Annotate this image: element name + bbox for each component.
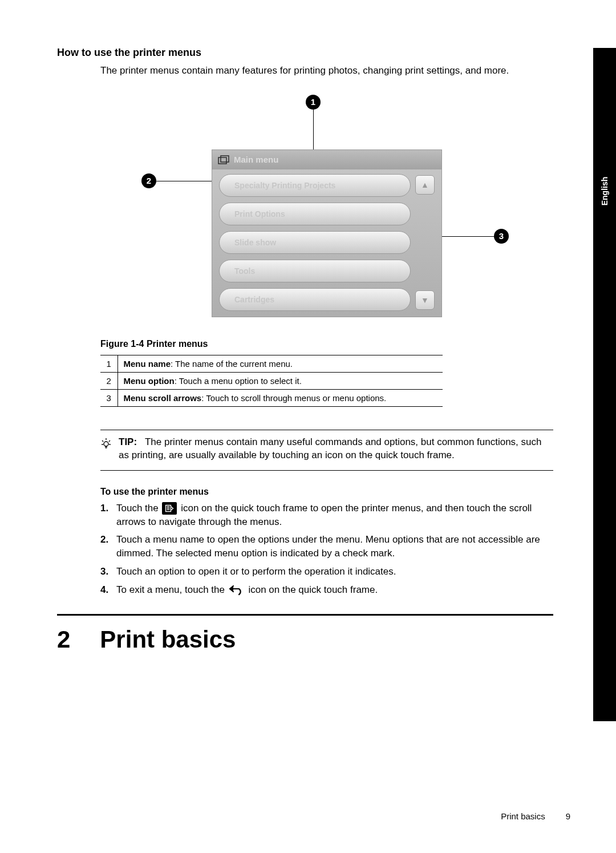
language-tab-label: English	[600, 177, 609, 206]
legend-num: 2	[100, 372, 117, 389]
back-icon	[229, 584, 245, 596]
table-row: 1 Menu name: The name of the current men…	[100, 355, 443, 372]
section-heading: How to use the printer menus	[57, 47, 553, 59]
steps-list: 1. Touch the icon on the quick touch fra…	[100, 502, 553, 597]
step-3: 3. Touch an option to open it or to perf…	[100, 565, 553, 579]
menu-option-4[interactable]: Tools	[219, 260, 411, 282]
svg-line-5	[109, 440, 110, 442]
menu-option-5[interactable]: Cartridges	[219, 288, 411, 311]
callout-1: 1	[306, 95, 321, 110]
legend-text: Menu option: Touch a menu option to sele…	[117, 372, 443, 389]
chapter-rule	[57, 614, 553, 616]
chapter-title: Print basics	[100, 626, 236, 653]
scroll-down-button[interactable]: ▼	[415, 290, 435, 310]
language-tab: English	[593, 171, 616, 211]
figure-caption: Figure 1-4 Printer menus	[100, 339, 553, 349]
callout-3: 3	[494, 229, 509, 244]
chevron-up-icon: ▲	[421, 180, 429, 189]
photo-stack-icon	[218, 155, 229, 164]
legend-table: 1 Menu name: The name of the current men…	[100, 355, 443, 407]
menu-option-2[interactable]: Print Options	[219, 203, 411, 225]
table-row: 3 Menu scroll arrows: Touch to scroll th…	[100, 389, 443, 406]
step-1: 1. Touch the icon on the quick touch fra…	[100, 502, 553, 529]
procedure-subheading: To use the printer menus	[100, 487, 553, 497]
screen-header: Main menu	[212, 150, 441, 169]
tip-text: TIP: The printer menus contain many usef…	[119, 436, 553, 462]
chevron-down-icon: ▼	[421, 296, 429, 305]
chapter-number: 2	[57, 626, 70, 653]
legend-text: Menu name: The name of the current menu.	[117, 355, 443, 372]
menu-option-1[interactable]: Specialty Printing Projects	[219, 174, 411, 197]
step-4: 4. To exit a menu, touch the icon on the…	[100, 583, 553, 597]
svg-rect-1	[221, 156, 229, 162]
page: English How to use the printer menus The…	[0, 0, 616, 853]
chapter-heading: 2 Print basics	[57, 626, 553, 653]
scroll-up-button[interactable]: ▲	[415, 175, 435, 195]
legend-num: 3	[100, 389, 117, 406]
side-black-bar	[593, 48, 616, 721]
table-row: 2 Menu option: Touch a menu option to se…	[100, 372, 443, 389]
svg-line-4	[102, 440, 103, 442]
menu-icon	[162, 502, 177, 515]
callout-2: 2	[141, 173, 156, 188]
step-2: 2. Touch a menu name to open the options…	[100, 533, 553, 560]
footer-page-number: 9	[566, 811, 570, 821]
tip-body: The printer menus contain many useful co…	[119, 436, 541, 460]
intro-paragraph: The printer menus contain many features …	[100, 64, 553, 78]
printer-screen: Main menu Specialty Printing Projects Pr…	[212, 149, 442, 317]
callout-3-line	[441, 236, 494, 237]
content-area: How to use the printer menus The printer…	[57, 47, 553, 653]
legend-text: Menu scroll arrows: Touch to scroll thro…	[117, 389, 443, 406]
tip-block: TIP: The printer menus contain many usef…	[100, 430, 553, 471]
page-footer: Print basics 9	[501, 811, 570, 821]
screen-title: Main menu	[234, 155, 278, 164]
figure: 1 2 3 Main menu Specialty Printing Proje…	[100, 95, 553, 334]
tip-label: TIP:	[119, 436, 137, 447]
legend-num: 1	[100, 355, 117, 372]
svg-point-2	[104, 442, 108, 446]
menu-option-3[interactable]: Slide show	[219, 231, 411, 254]
tip-icon	[100, 436, 113, 462]
svg-rect-0	[218, 157, 226, 164]
footer-section: Print basics	[501, 811, 545, 821]
